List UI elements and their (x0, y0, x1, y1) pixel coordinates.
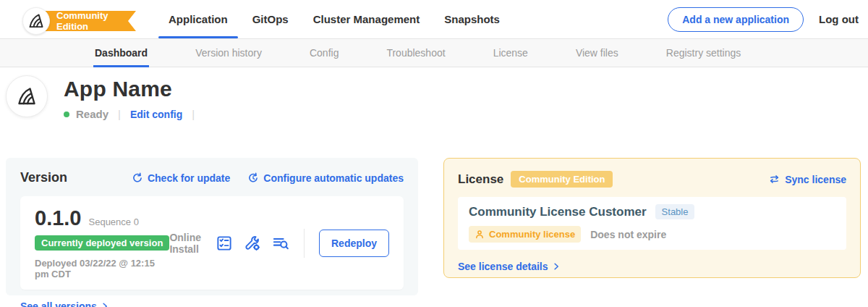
status-ready-dot (64, 112, 69, 117)
see-all-versions-link[interactable]: See all versions (20, 300, 109, 307)
deployed-timestamp: Deployed 03/22/22 @ 12:15 pm CDT (35, 258, 169, 279)
brand: Community Edition (0, 0, 145, 38)
see-all-versions-label: See all versions (20, 300, 97, 307)
app-status-row: Ready | Edit config | (64, 108, 197, 120)
version-card-header: Version Check for update Configure autom… (20, 170, 404, 185)
channel-badge: Stable (655, 204, 695, 219)
community-edition-badge: Community Edition (511, 171, 613, 188)
license-card-header: License Community Edition Sync license (458, 171, 846, 188)
app-title-block: App Name Ready | Edit config | (64, 75, 197, 120)
currently-deployed-badge: Currently deployed version (35, 235, 169, 251)
add-application-button[interactable]: Add a new application (668, 7, 804, 32)
license-type-row: Community license Does not expire (469, 226, 835, 243)
deploy-logs-icon[interactable] (272, 235, 289, 252)
tab-troubleshoot[interactable]: Troubleshoot (386, 39, 445, 67)
license-card-title: License (458, 172, 503, 187)
sync-icon (768, 173, 780, 185)
replicated-logo (22, 7, 50, 35)
check-for-update-label: Check for update (148, 172, 230, 184)
nav-item-cluster-management[interactable]: Cluster Management (303, 0, 430, 38)
chevron-right-icon (101, 302, 109, 307)
license-card: License Community Edition Sync license C… (443, 158, 861, 278)
community-license-badge: Community license (469, 226, 581, 243)
clock-refresh-icon (247, 172, 259, 184)
edit-config-link[interactable]: Edit config (130, 109, 182, 120)
see-license-details-link[interactable]: See license details (458, 261, 561, 272)
tab-dashboard[interactable]: Dashboard (95, 39, 148, 67)
sync-license-link[interactable]: Sync license (768, 173, 846, 185)
version-card-actions: Check for update Configure automatic upd… (132, 172, 404, 184)
version-number-row: 0.1.0 Sequence 0 (35, 206, 169, 230)
license-summary-panel: Community License Customer Stable Commun… (458, 197, 846, 250)
nav-item-gitops[interactable]: GitOps (242, 0, 299, 38)
check-for-update-link[interactable]: Check for update (132, 172, 230, 184)
see-license-details-label: See license details (458, 261, 548, 272)
refresh-icon (132, 172, 143, 184)
version-info: 0.1.0 Sequence 0 Currently deployed vers… (35, 206, 169, 279)
install-type-label: Online Install (169, 232, 201, 255)
tab-registry-settings[interactable]: Registry settings (666, 39, 741, 67)
sync-license-label: Sync license (785, 174, 846, 185)
version-actions-group: Online Install (169, 229, 389, 258)
sequence-label: Sequence 0 (89, 216, 139, 227)
community-edition-banner-label: Community Edition (56, 10, 136, 32)
page-title: App Name (64, 77, 197, 101)
community-license-label: Community license (489, 229, 575, 240)
redeploy-button[interactable]: Redeploy (319, 230, 389, 257)
tab-view-files[interactable]: View files (576, 39, 618, 67)
version-card-title: Version (20, 170, 67, 185)
expiration-text: Does not expire (590, 229, 666, 240)
divider (304, 229, 305, 258)
person-icon (475, 230, 485, 240)
config-tools-icon[interactable] (244, 235, 261, 252)
logout-button[interactable]: Log out (819, 13, 859, 25)
app-subnav: Dashboard Version history Config Trouble… (0, 38, 868, 67)
nav-item-snapshots[interactable]: Snapshots (434, 0, 510, 38)
app-avatar (6, 75, 48, 117)
app-logo-icon (15, 85, 38, 108)
configure-auto-updates-label: Configure automatic updates (263, 172, 404, 184)
status-text: Ready (76, 108, 109, 120)
app-header: App Name Ready | Edit config | (6, 75, 197, 120)
nav-item-application[interactable]: Application (158, 0, 238, 38)
top-nav-right: Add a new application Log out (668, 0, 868, 38)
divider: | (192, 108, 195, 120)
tab-license[interactable]: License (493, 39, 528, 67)
replicated-logo-icon (27, 12, 46, 30)
tab-config[interactable]: Config (310, 39, 339, 67)
license-card-actions: Sync license (768, 173, 846, 185)
customer-row: Community License Customer Stable (469, 204, 835, 219)
chevron-right-icon (552, 262, 561, 271)
top-navbar: Community Edition Application GitOps Clu… (0, 0, 868, 38)
current-version-panel: 0.1.0 Sequence 0 Currently deployed vers… (20, 196, 404, 290)
top-nav-items: Application GitOps Cluster Management Sn… (158, 0, 510, 38)
customer-name: Community License Customer (469, 205, 647, 219)
tab-version-history[interactable]: Version history (195, 39, 262, 67)
divider: | (118, 108, 121, 120)
version-number: 0.1.0 (35, 206, 82, 230)
preflight-checks-icon[interactable] (216, 235, 233, 252)
configure-auto-updates-link[interactable]: Configure automatic updates (247, 172, 404, 184)
version-card: Version Check for update Configure autom… (6, 158, 418, 295)
